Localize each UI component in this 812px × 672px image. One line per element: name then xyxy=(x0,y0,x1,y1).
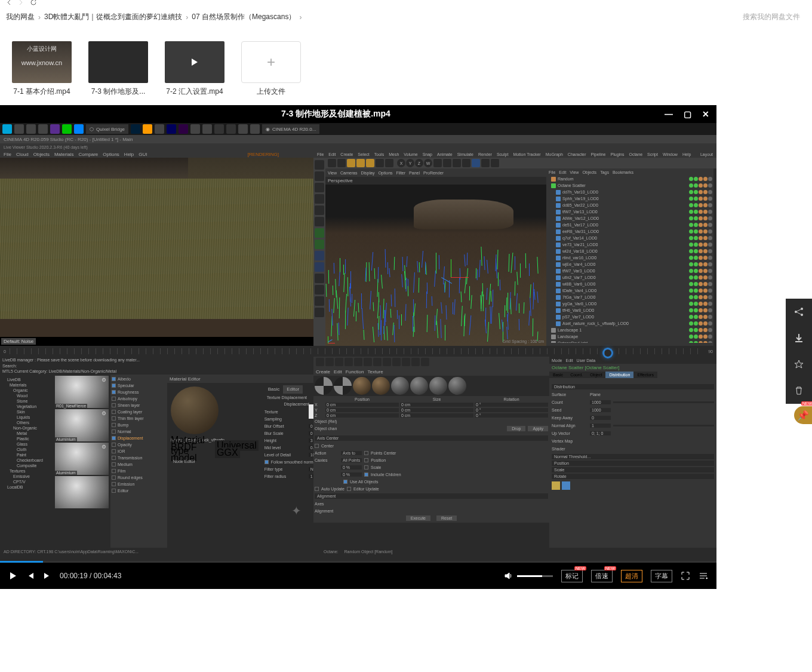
menu-item[interactable]: Create xyxy=(340,152,353,157)
material-ball[interactable] xyxy=(448,377,466,395)
channel-row[interactable]: Editor xyxy=(112,487,166,494)
toolbar-icon[interactable] xyxy=(354,358,362,366)
menu-item[interactable]: MoGraph xyxy=(546,152,563,157)
menu-item[interactable]: Bookmarks xyxy=(613,170,633,174)
taskbar-icon[interactable] xyxy=(226,124,236,134)
channel-row[interactable]: Specular xyxy=(112,382,166,389)
toolbar-icon[interactable] xyxy=(364,358,372,366)
tree-row[interactable]: ygGa_Var8_LOD0 xyxy=(546,300,713,307)
minimize-icon[interactable]: — xyxy=(665,109,673,119)
material-thumb[interactable] xyxy=(55,476,109,508)
channel-row[interactable]: Sheen layer xyxy=(112,402,166,409)
back-icon[interactable] xyxy=(6,0,12,5)
breadcrumb-item[interactable]: 07 自然场景制作（Megascans） xyxy=(192,12,296,22)
toolbar-icon[interactable] xyxy=(376,159,384,167)
subtitle-button[interactable]: 字幕 xyxy=(651,570,672,582)
toolbar-icon[interactable] xyxy=(328,159,336,167)
editor-tab[interactable]: Editor xyxy=(283,385,303,394)
menu-item[interactable]: Simulate xyxy=(457,152,473,157)
channel-row[interactable]: Bump xyxy=(112,422,166,428)
render-viewport[interactable]: 1:1 C HDRI sRGB FT Default: Noise xyxy=(0,158,313,346)
menu-item[interactable]: Window xyxy=(663,152,678,157)
material-ball[interactable] xyxy=(429,377,447,395)
toolbar-icon[interactable] xyxy=(491,159,499,167)
tree-row[interactable]: tfH6_Var8_LOD0 xyxy=(546,307,713,314)
toolbar-icon[interactable] xyxy=(472,159,480,167)
menu-item[interactable]: Display xyxy=(361,171,374,175)
menu-item[interactable]: Animate xyxy=(437,152,453,157)
tree-row[interactable]: dd85_Var22_LOD0 xyxy=(546,202,713,208)
taskbar-icon[interactable] xyxy=(190,124,200,134)
taskbar-icon[interactable] xyxy=(14,124,24,134)
gear-icon[interactable]: ⚙ xyxy=(102,410,107,416)
favorite-icon[interactable] xyxy=(786,351,812,378)
tree-row[interactable]: Landscape 1 xyxy=(546,327,713,333)
tree-row[interactable]: wl2d_Var18_LOD0 xyxy=(546,248,713,254)
tool-icon[interactable] xyxy=(315,262,324,272)
menu-item[interactable]: Panel xyxy=(409,171,420,175)
quality-button[interactable]: 超清 xyxy=(621,570,642,582)
upload-button[interactable]: + 上传文件 xyxy=(241,41,301,97)
material-ball[interactable] xyxy=(372,377,390,395)
taskbar-icon[interactable] xyxy=(238,124,248,134)
distribution-header[interactable]: Distribution xyxy=(552,384,714,389)
next-icon[interactable] xyxy=(43,572,51,580)
taskbar-pr-icon[interactable] xyxy=(179,124,188,134)
channel-row[interactable]: Roughness xyxy=(112,389,166,395)
menu-item[interactable]: Mode xyxy=(552,358,562,363)
tool-icon[interactable] xyxy=(315,274,324,283)
speed-button[interactable]: 倍速NEW xyxy=(591,570,613,582)
channel-row[interactable]: Transmission xyxy=(112,455,166,461)
menu-item[interactable]: Motion Tracker xyxy=(513,152,540,157)
tree-row[interactable]: Aset_nature_rock_L_vftwafp_LOD0 xyxy=(546,320,713,327)
tree-row[interactable]: 7tGa_Var7_LOD0 xyxy=(546,294,713,300)
toolbar-icon[interactable] xyxy=(335,358,343,366)
menu-item[interactable]: Compare xyxy=(78,152,98,157)
menu-item[interactable]: File xyxy=(4,152,11,157)
taskbar-icon[interactable] xyxy=(62,124,72,134)
alignment-section[interactable]: Alignment xyxy=(315,493,548,499)
pin-icon[interactable]: 📌 xyxy=(794,406,812,424)
toolbar-icon[interactable] xyxy=(392,358,401,366)
toolbar-icon[interactable] xyxy=(433,159,442,167)
material-ball[interactable] xyxy=(334,377,352,395)
section-header[interactable]: Scale xyxy=(552,467,714,472)
play-icon[interactable] xyxy=(8,571,18,581)
tool-icon[interactable] xyxy=(315,228,324,238)
align-input[interactable]: 1 xyxy=(590,424,611,428)
keep-input[interactable]: 0 xyxy=(590,416,611,420)
tool-icon[interactable] xyxy=(315,183,324,192)
channel-row[interactable]: Thin film layer xyxy=(112,415,166,422)
toolbar-icon[interactable] xyxy=(383,358,391,366)
tree-row[interactable]: Random xyxy=(546,176,713,182)
toolbar-icon[interactable] xyxy=(481,159,490,167)
menu-item[interactable]: Tags xyxy=(600,170,609,174)
menu-item[interactable]: Texture xyxy=(368,369,383,375)
menu-item[interactable]: Snap xyxy=(423,152,432,157)
toolbar-icon[interactable] xyxy=(356,159,365,167)
menu-item[interactable]: Edit xyxy=(559,170,566,174)
material-ball[interactable] xyxy=(315,377,333,395)
taskbar-icon[interactable] xyxy=(250,124,260,134)
file-item[interactable]: 小蓝设计网www.jxnow.cn 7-1 基本介绍.mp4 xyxy=(12,41,72,97)
menu-item[interactable]: Render xyxy=(478,152,492,157)
tree-row[interactable]: de51_Var17_LOD0 xyxy=(546,222,713,228)
taskbar-icon[interactable] xyxy=(74,124,84,134)
tree-row[interactable]: Octane Scatter xyxy=(546,182,713,189)
menu-item[interactable]: Filter xyxy=(396,171,406,175)
close-icon[interactable]: ✕ xyxy=(702,109,709,119)
tree-row[interactable]: q7of_Var14_LOD0 xyxy=(546,235,713,241)
share-icon[interactable] xyxy=(786,299,812,325)
delete-icon[interactable] xyxy=(786,378,812,404)
breadcrumb-item[interactable]: 3D軟體大亂鬥｜從概念到畫面的夢幻連續技 xyxy=(44,12,182,22)
gizmo-icon[interactable] xyxy=(436,262,466,292)
download-icon[interactable] xyxy=(786,325,812,351)
tree-row[interactable]: tDafe_Var4_LOD0 xyxy=(546,287,713,294)
tree-row[interactable]: AlWe_Var12_LOD0 xyxy=(546,215,713,222)
toolbar-icon[interactable] xyxy=(325,358,334,366)
tree-row[interactable]: wl8B_Var6_LOD0 xyxy=(546,281,713,287)
menu-item[interactable]: View xyxy=(570,170,579,174)
tool-icon[interactable] xyxy=(315,296,324,306)
menu-item[interactable]: Tools xyxy=(374,152,384,157)
menu-item[interactable]: Help xyxy=(682,152,691,157)
